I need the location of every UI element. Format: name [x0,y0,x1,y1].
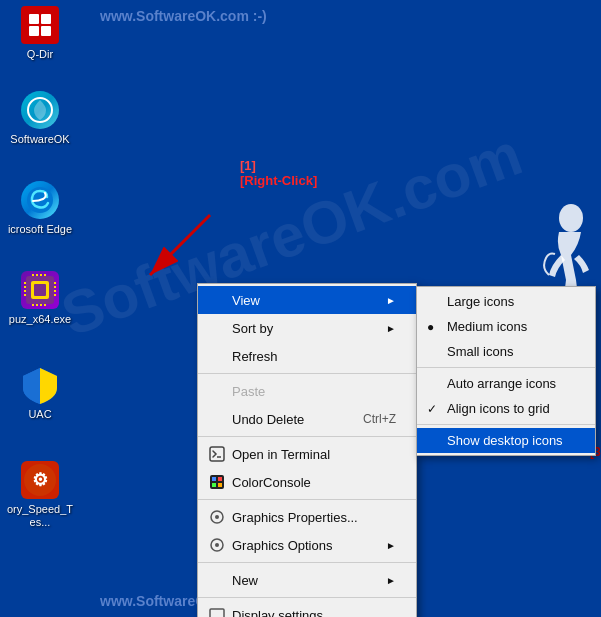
view-submenu-arrow: ► [386,295,396,306]
color-console-icon [208,473,226,491]
undo-delete-icon [208,410,226,428]
submenu-auto-arrange[interactable]: Auto arrange icons [417,371,595,396]
svg-rect-9 [34,284,46,296]
new-submenu-arrow: ► [386,575,396,586]
undo-delete-shortcut: Ctrl+Z [363,412,396,426]
svg-rect-3 [29,26,39,36]
view-icon [208,291,226,309]
display-settings-label: Display settings [232,608,396,618]
view-label: View [232,293,376,308]
align-grid-check: ✓ [427,402,443,416]
desktop-icon-softwareok[interactable]: SoftwareOK [5,90,75,146]
sort-by-label: Sort by [232,321,376,336]
annotation-step1: [1] [Right-Click] [240,158,317,188]
red-arrow [130,195,250,295]
desktop-icon-memory[interactable]: ⚙ ory_Speed_Tes... [5,460,75,529]
svg-rect-36 [212,483,216,487]
medium-icons-check: ● [427,320,443,334]
svg-point-28 [559,204,583,232]
separator-5 [198,597,416,598]
softwareok-label: SoftwareOK [10,133,69,146]
menu-item-display-settings[interactable]: Display settings [198,601,416,617]
paste-icon [208,382,226,400]
submenu-sep2 [417,424,595,425]
desktop-icon-cpu[interactable]: puz_x64.exe [5,270,75,326]
menu-item-new[interactable]: New ► [198,566,416,594]
paste-label: Paste [232,384,396,399]
memory-icon: ⚙ [20,460,60,500]
cpu-icon [20,270,60,310]
graphics-properties-icon [208,508,226,526]
separator-4 [198,562,416,563]
svg-rect-35 [218,477,222,481]
edge-label: icrosoft Edge [8,223,72,236]
svg-point-39 [215,515,219,519]
menu-item-undo-delete[interactable]: Undo Delete Ctrl+Z [198,405,416,433]
svg-point-41 [215,543,219,547]
svg-rect-4 [41,26,51,36]
menu-item-sort-by[interactable]: Sort by ► [198,314,416,342]
refresh-icon [208,347,226,365]
svg-line-30 [150,215,210,275]
graphics-options-arrow: ► [386,540,396,551]
separator-3 [198,499,416,500]
softwareok-icon [20,90,60,130]
color-console-label: ColorConsole [232,475,396,490]
submenu-small-icons[interactable]: Small icons [417,339,595,364]
menu-item-graphics-properties[interactable]: Graphics Properties... [198,503,416,531]
open-terminal-label: Open in Terminal [232,447,396,462]
top-watermark: www.SoftwareOK.com :-) [100,8,267,24]
menu-item-open-terminal[interactable]: Open in Terminal [198,440,416,468]
graphics-options-icon [208,536,226,554]
menu-item-color-console[interactable]: ColorConsole [198,468,416,496]
graphics-options-label: Graphics Options [232,538,376,553]
submenu-show-desktop[interactable]: Show desktop icons [417,428,595,453]
menu-item-graphics-options[interactable]: Graphics Options ► [198,531,416,559]
uac-icon [20,365,60,405]
svg-rect-1 [29,14,39,24]
new-icon [208,571,226,589]
view-submenu: Large icons ● Medium icons Small icons A… [416,286,596,456]
desktop-icon-edge[interactable]: icrosoft Edge [5,180,75,236]
cpu-label: puz_x64.exe [9,313,71,326]
menu-item-paste: Paste [198,377,416,405]
svg-rect-42 [210,609,224,617]
menu-item-refresh[interactable]: Refresh [198,342,416,370]
submenu-medium-icons[interactable]: ● Medium icons [417,314,595,339]
undo-delete-label: Undo Delete [232,412,343,427]
display-settings-icon [208,606,226,617]
new-label: New [232,573,376,588]
memory-label: ory_Speed_Tes... [5,503,75,529]
desktop-icon-qdir[interactable]: Q-Dir [5,5,75,61]
separator-2 [198,436,416,437]
context-menu: View ► Large icons ● Medium icons Small … [197,283,417,617]
submenu-align-grid[interactable]: ✓ Align icons to grid [417,396,595,421]
desktop-icon-uac[interactable]: UAC [5,365,75,421]
svg-rect-34 [212,477,216,481]
edge-icon [20,180,60,220]
submenu-sep1 [417,367,595,368]
svg-text:⚙: ⚙ [32,470,48,490]
svg-rect-2 [41,14,51,24]
sort-by-submenu-arrow: ► [386,323,396,334]
sort-by-icon [208,319,226,337]
submenu-large-icons[interactable]: Large icons [417,289,595,314]
qdir-label: Q-Dir [27,48,53,61]
menu-item-view[interactable]: View ► Large icons ● Medium icons Small … [198,286,416,314]
svg-rect-37 [218,483,222,487]
refresh-label: Refresh [232,349,396,364]
graphics-properties-label: Graphics Properties... [232,510,396,525]
uac-label: UAC [28,408,51,421]
separator-1 [198,373,416,374]
open-terminal-icon [208,445,226,463]
qdir-icon [20,5,60,45]
